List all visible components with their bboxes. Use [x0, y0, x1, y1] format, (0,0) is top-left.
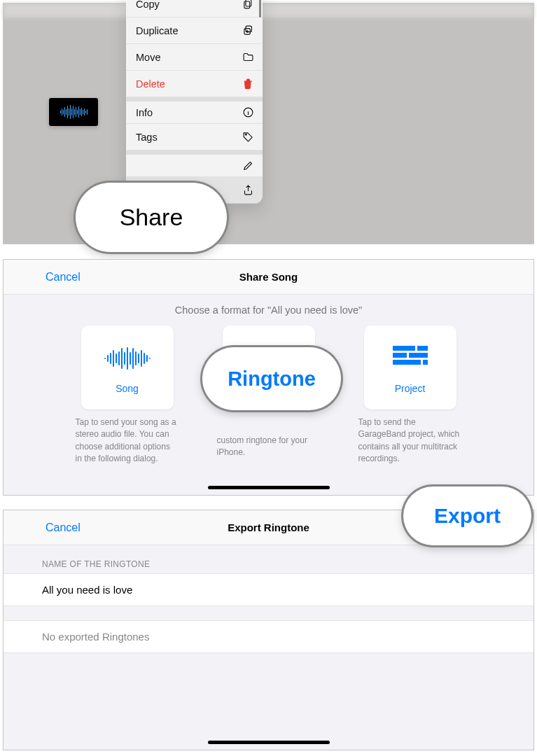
panel-share-song: Cancel Share Song Choose a format for "A…: [3, 259, 534, 496]
header-title: Share Song: [239, 271, 298, 283]
callout-share: Share: [76, 183, 227, 252]
svg-rect-2: [246, 26, 252, 32]
info-icon: [242, 106, 254, 118]
svg-rect-0: [246, 0, 251, 6]
exported-ringtones-row: No exported Ringtones: [4, 620, 533, 653]
svg-point-5: [245, 134, 246, 135]
scrollbar[interactable]: [259, 0, 261, 18]
tag-icon: [242, 131, 254, 143]
callout-text: Ringtone: [228, 368, 316, 391]
card-desc: custom ringtone for your iPhone.: [213, 435, 325, 459]
share-subtitle: Choose a format for "All you need is lov…: [4, 304, 533, 316]
ctx-label: Duplicate: [136, 25, 178, 36]
trash-icon: [242, 78, 254, 90]
pencil-icon: [242, 160, 254, 172]
ctx-label: Copy: [136, 0, 160, 10]
callout-text: Export: [434, 504, 501, 528]
svg-rect-23: [393, 346, 415, 351]
card-project[interactable]: Project: [364, 326, 456, 410]
card-label: Project: [395, 383, 426, 394]
ctx-item-duplicate[interactable]: Duplicate: [126, 18, 263, 44]
card-label: Song: [116, 383, 139, 394]
ctx-item-copy[interactable]: Copy: [126, 0, 263, 18]
ringtone-name-value: All you need is love: [42, 584, 132, 596]
context-menu: Copy Duplicate Move Delete Info Tags: [126, 0, 263, 204]
svg-rect-1: [244, 1, 250, 8]
svg-rect-26: [409, 353, 428, 358]
share-header: Cancel Share Song: [4, 260, 533, 295]
panel-export-ringtone: Cancel Export Ringtone Export Name of th…: [3, 510, 534, 750]
home-indicator[interactable]: [208, 741, 330, 744]
grid-topbar-blur: [4, 4, 533, 18]
card-song[interactable]: Song: [81, 326, 174, 410]
svg-rect-25: [393, 353, 407, 358]
svg-rect-27: [393, 360, 421, 365]
card-col-project: Project Tap to send the GarageBand proje…: [347, 326, 473, 465]
ctx-item-rename[interactable]: [126, 150, 263, 177]
section-header-name: Name of the Ringtone: [4, 545, 533, 573]
cancel-button[interactable]: Cancel: [46, 271, 81, 284]
callout-ringtone: Ringtone: [202, 347, 341, 410]
tracks-icon: [393, 341, 428, 376]
card-col-song: Song Tap to send your song as a stereo a…: [64, 326, 190, 465]
cancel-button[interactable]: Cancel: [46, 522, 81, 534]
folder-icon: [242, 51, 254, 63]
ctx-item-move[interactable]: Move: [126, 44, 263, 71]
header-title: Export Ringtone: [228, 522, 309, 533]
card-desc: Tap to send your song as a stereo audio …: [71, 416, 183, 465]
card-desc: Tap to send the GarageBand project, whic…: [354, 416, 466, 465]
project-thumbnail[interactable]: [49, 98, 98, 126]
ctx-label: Info: [136, 107, 153, 118]
svg-rect-24: [417, 346, 428, 351]
panel-context-menu: Copy Duplicate Move Delete Info Tags: [3, 3, 534, 244]
empty-state-text: No exported Ringtones: [42, 631, 149, 643]
duplicate-icon: [242, 24, 254, 36]
ctx-item-info[interactable]: Info: [126, 97, 263, 124]
ctx-item-tags[interactable]: Tags: [126, 124, 263, 150]
callout-text: Share: [120, 204, 183, 231]
ctx-label: Move: [136, 52, 160, 63]
copy-icon: [242, 0, 254, 10]
waveform-icon: [60, 105, 88, 119]
ctx-label: Delete: [136, 78, 165, 90]
waveform-icon: [103, 341, 152, 376]
svg-rect-28: [423, 360, 428, 365]
ctx-item-delete[interactable]: Delete: [126, 71, 263, 97]
ctx-label: Tags: [136, 132, 158, 143]
ringtone-name-field[interactable]: All you need is love: [4, 573, 533, 606]
home-indicator[interactable]: [208, 486, 330, 489]
callout-export: Export: [403, 486, 531, 545]
share-icon: [242, 184, 254, 196]
